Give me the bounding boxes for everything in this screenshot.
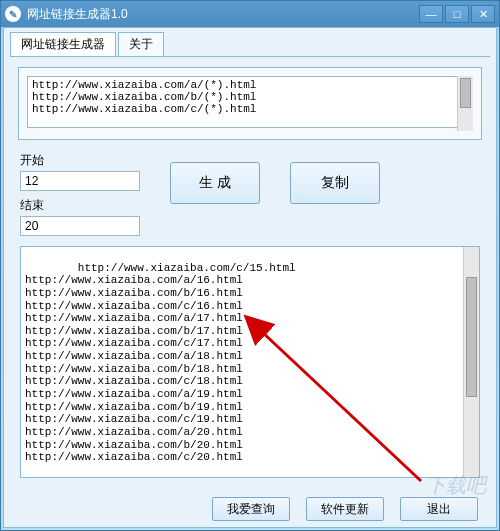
output-textarea[interactable]: http://www.xiazaiba.com/c/15.html http:/…: [20, 246, 480, 478]
input-scrollbar[interactable]: [457, 76, 473, 131]
bottom-bar: 我爱查询 软件更新 退出: [4, 497, 496, 521]
tab-bar: 网址链接生成器 关于: [4, 28, 496, 56]
main-panel: 开始 结束 生 成 复制 http://www.xiazaiba.com/c/1…: [4, 57, 496, 488]
tab-about[interactable]: 关于: [118, 32, 164, 56]
copy-button[interactable]: 复制: [290, 162, 380, 204]
start-label: 开始: [20, 152, 140, 169]
end-input[interactable]: [20, 216, 140, 236]
app-icon: ✎: [5, 6, 21, 22]
minimize-button[interactable]: —: [419, 5, 443, 23]
close-button[interactable]: ✕: [471, 5, 495, 23]
window-title: 网址链接生成器1.0: [27, 6, 419, 23]
output-scrollbar[interactable]: [463, 247, 479, 477]
start-input[interactable]: [20, 171, 140, 191]
input-group: [18, 67, 482, 140]
template-textarea[interactable]: [27, 76, 473, 128]
app-window: ✎ 网址链接生成器1.0 — □ ✕ 网址链接生成器 关于 开始: [0, 0, 500, 531]
controls-row: 开始 结束 生 成 复制: [18, 148, 482, 246]
end-label: 结束: [20, 197, 140, 214]
client-area: 网址链接生成器 关于 开始 结束 生 成 复制: [3, 27, 497, 528]
output-content: http://www.xiazaiba.com/c/15.html http:/…: [25, 262, 296, 464]
generate-button[interactable]: 生 成: [170, 162, 260, 204]
update-button[interactable]: 软件更新: [306, 497, 384, 521]
maximize-button[interactable]: □: [445, 5, 469, 23]
titlebar: ✎ 网址链接生成器1.0 — □ ✕: [1, 1, 499, 27]
query-button[interactable]: 我爱查询: [212, 497, 290, 521]
tab-generator[interactable]: 网址链接生成器: [10, 32, 116, 56]
exit-button[interactable]: 退出: [400, 497, 478, 521]
